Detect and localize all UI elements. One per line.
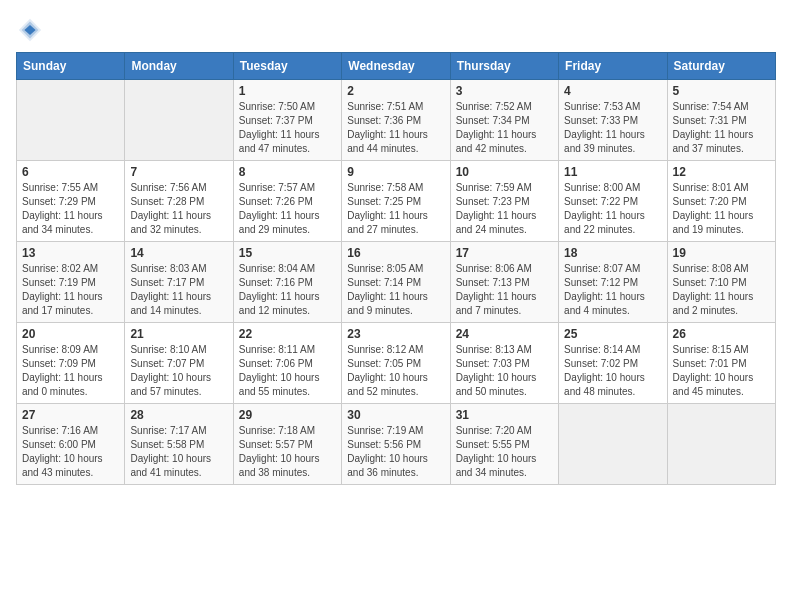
day-detail: Sunrise: 8:13 AM Sunset: 7:03 PM Dayligh… [456, 343, 553, 399]
day-number: 26 [673, 327, 770, 341]
calendar-cell: 28Sunrise: 7:17 AM Sunset: 5:58 PM Dayli… [125, 404, 233, 485]
calendar-cell: 14Sunrise: 8:03 AM Sunset: 7:17 PM Dayli… [125, 242, 233, 323]
calendar-cell: 2Sunrise: 7:51 AM Sunset: 7:36 PM Daylig… [342, 80, 450, 161]
day-number: 11 [564, 165, 661, 179]
day-number: 6 [22, 165, 119, 179]
day-number: 13 [22, 246, 119, 260]
day-number: 18 [564, 246, 661, 260]
calendar-header-row: SundayMondayTuesdayWednesdayThursdayFrid… [17, 53, 776, 80]
calendar-cell: 10Sunrise: 7:59 AM Sunset: 7:23 PM Dayli… [450, 161, 558, 242]
calendar-cell: 26Sunrise: 8:15 AM Sunset: 7:01 PM Dayli… [667, 323, 775, 404]
calendar-cell: 13Sunrise: 8:02 AM Sunset: 7:19 PM Dayli… [17, 242, 125, 323]
calendar-cell: 27Sunrise: 7:16 AM Sunset: 6:00 PM Dayli… [17, 404, 125, 485]
day-detail: Sunrise: 7:19 AM Sunset: 5:56 PM Dayligh… [347, 424, 444, 480]
day-detail: Sunrise: 8:04 AM Sunset: 7:16 PM Dayligh… [239, 262, 336, 318]
calendar-cell: 3Sunrise: 7:52 AM Sunset: 7:34 PM Daylig… [450, 80, 558, 161]
day-detail: Sunrise: 7:16 AM Sunset: 6:00 PM Dayligh… [22, 424, 119, 480]
day-header-friday: Friday [559, 53, 667, 80]
day-detail: Sunrise: 8:15 AM Sunset: 7:01 PM Dayligh… [673, 343, 770, 399]
calendar-cell: 16Sunrise: 8:05 AM Sunset: 7:14 PM Dayli… [342, 242, 450, 323]
calendar-cell [667, 404, 775, 485]
day-detail: Sunrise: 8:00 AM Sunset: 7:22 PM Dayligh… [564, 181, 661, 237]
calendar-cell: 12Sunrise: 8:01 AM Sunset: 7:20 PM Dayli… [667, 161, 775, 242]
calendar-cell: 8Sunrise: 7:57 AM Sunset: 7:26 PM Daylig… [233, 161, 341, 242]
day-number: 29 [239, 408, 336, 422]
calendar-cell [17, 80, 125, 161]
calendar-cell: 4Sunrise: 7:53 AM Sunset: 7:33 PM Daylig… [559, 80, 667, 161]
day-detail: Sunrise: 7:18 AM Sunset: 5:57 PM Dayligh… [239, 424, 336, 480]
day-detail: Sunrise: 8:09 AM Sunset: 7:09 PM Dayligh… [22, 343, 119, 399]
day-number: 4 [564, 84, 661, 98]
calendar-cell: 20Sunrise: 8:09 AM Sunset: 7:09 PM Dayli… [17, 323, 125, 404]
day-detail: Sunrise: 7:53 AM Sunset: 7:33 PM Dayligh… [564, 100, 661, 156]
day-detail: Sunrise: 7:58 AM Sunset: 7:25 PM Dayligh… [347, 181, 444, 237]
calendar-week-1: 1Sunrise: 7:50 AM Sunset: 7:37 PM Daylig… [17, 80, 776, 161]
day-number: 16 [347, 246, 444, 260]
day-detail: Sunrise: 8:06 AM Sunset: 7:13 PM Dayligh… [456, 262, 553, 318]
calendar-cell: 22Sunrise: 8:11 AM Sunset: 7:06 PM Dayli… [233, 323, 341, 404]
calendar-cell [125, 80, 233, 161]
calendar-cell: 21Sunrise: 8:10 AM Sunset: 7:07 PM Dayli… [125, 323, 233, 404]
day-number: 8 [239, 165, 336, 179]
day-number: 31 [456, 408, 553, 422]
calendar-cell: 7Sunrise: 7:56 AM Sunset: 7:28 PM Daylig… [125, 161, 233, 242]
calendar-cell: 15Sunrise: 8:04 AM Sunset: 7:16 PM Dayli… [233, 242, 341, 323]
day-detail: Sunrise: 7:20 AM Sunset: 5:55 PM Dayligh… [456, 424, 553, 480]
day-number: 19 [673, 246, 770, 260]
day-number: 12 [673, 165, 770, 179]
calendar-cell: 17Sunrise: 8:06 AM Sunset: 7:13 PM Dayli… [450, 242, 558, 323]
calendar-week-5: 27Sunrise: 7:16 AM Sunset: 6:00 PM Dayli… [17, 404, 776, 485]
day-header-saturday: Saturday [667, 53, 775, 80]
day-detail: Sunrise: 8:07 AM Sunset: 7:12 PM Dayligh… [564, 262, 661, 318]
day-detail: Sunrise: 7:17 AM Sunset: 5:58 PM Dayligh… [130, 424, 227, 480]
calendar-cell: 24Sunrise: 8:13 AM Sunset: 7:03 PM Dayli… [450, 323, 558, 404]
calendar-week-2: 6Sunrise: 7:55 AM Sunset: 7:29 PM Daylig… [17, 161, 776, 242]
day-detail: Sunrise: 7:54 AM Sunset: 7:31 PM Dayligh… [673, 100, 770, 156]
day-detail: Sunrise: 7:52 AM Sunset: 7:34 PM Dayligh… [456, 100, 553, 156]
calendar-cell: 11Sunrise: 8:00 AM Sunset: 7:22 PM Dayli… [559, 161, 667, 242]
day-detail: Sunrise: 7:51 AM Sunset: 7:36 PM Dayligh… [347, 100, 444, 156]
day-number: 20 [22, 327, 119, 341]
day-number: 17 [456, 246, 553, 260]
calendar-cell: 9Sunrise: 7:58 AM Sunset: 7:25 PM Daylig… [342, 161, 450, 242]
day-number: 27 [22, 408, 119, 422]
day-number: 14 [130, 246, 227, 260]
day-detail: Sunrise: 8:10 AM Sunset: 7:07 PM Dayligh… [130, 343, 227, 399]
calendar-cell: 25Sunrise: 8:14 AM Sunset: 7:02 PM Dayli… [559, 323, 667, 404]
day-number: 7 [130, 165, 227, 179]
day-header-wednesday: Wednesday [342, 53, 450, 80]
calendar-cell: 23Sunrise: 8:12 AM Sunset: 7:05 PM Dayli… [342, 323, 450, 404]
day-header-thursday: Thursday [450, 53, 558, 80]
day-number: 23 [347, 327, 444, 341]
day-header-sunday: Sunday [17, 53, 125, 80]
day-number: 25 [564, 327, 661, 341]
calendar-table: SundayMondayTuesdayWednesdayThursdayFrid… [16, 52, 776, 485]
day-number: 30 [347, 408, 444, 422]
day-detail: Sunrise: 8:02 AM Sunset: 7:19 PM Dayligh… [22, 262, 119, 318]
calendar-cell: 30Sunrise: 7:19 AM Sunset: 5:56 PM Dayli… [342, 404, 450, 485]
day-number: 10 [456, 165, 553, 179]
calendar-cell: 5Sunrise: 7:54 AM Sunset: 7:31 PM Daylig… [667, 80, 775, 161]
day-detail: Sunrise: 7:57 AM Sunset: 7:26 PM Dayligh… [239, 181, 336, 237]
calendar-cell: 29Sunrise: 7:18 AM Sunset: 5:57 PM Dayli… [233, 404, 341, 485]
day-header-tuesday: Tuesday [233, 53, 341, 80]
logo [16, 16, 48, 44]
calendar-cell: 1Sunrise: 7:50 AM Sunset: 7:37 PM Daylig… [233, 80, 341, 161]
day-detail: Sunrise: 8:12 AM Sunset: 7:05 PM Dayligh… [347, 343, 444, 399]
day-detail: Sunrise: 8:11 AM Sunset: 7:06 PM Dayligh… [239, 343, 336, 399]
day-detail: Sunrise: 8:08 AM Sunset: 7:10 PM Dayligh… [673, 262, 770, 318]
calendar-cell: 19Sunrise: 8:08 AM Sunset: 7:10 PM Dayli… [667, 242, 775, 323]
day-detail: Sunrise: 8:05 AM Sunset: 7:14 PM Dayligh… [347, 262, 444, 318]
day-detail: Sunrise: 8:01 AM Sunset: 7:20 PM Dayligh… [673, 181, 770, 237]
calendar-cell [559, 404, 667, 485]
calendar-week-4: 20Sunrise: 8:09 AM Sunset: 7:09 PM Dayli… [17, 323, 776, 404]
calendar-cell: 31Sunrise: 7:20 AM Sunset: 5:55 PM Dayli… [450, 404, 558, 485]
day-number: 22 [239, 327, 336, 341]
day-number: 24 [456, 327, 553, 341]
day-number: 15 [239, 246, 336, 260]
day-detail: Sunrise: 7:55 AM Sunset: 7:29 PM Dayligh… [22, 181, 119, 237]
day-number: 5 [673, 84, 770, 98]
day-number: 3 [456, 84, 553, 98]
day-number: 28 [130, 408, 227, 422]
day-detail: Sunrise: 7:59 AM Sunset: 7:23 PM Dayligh… [456, 181, 553, 237]
